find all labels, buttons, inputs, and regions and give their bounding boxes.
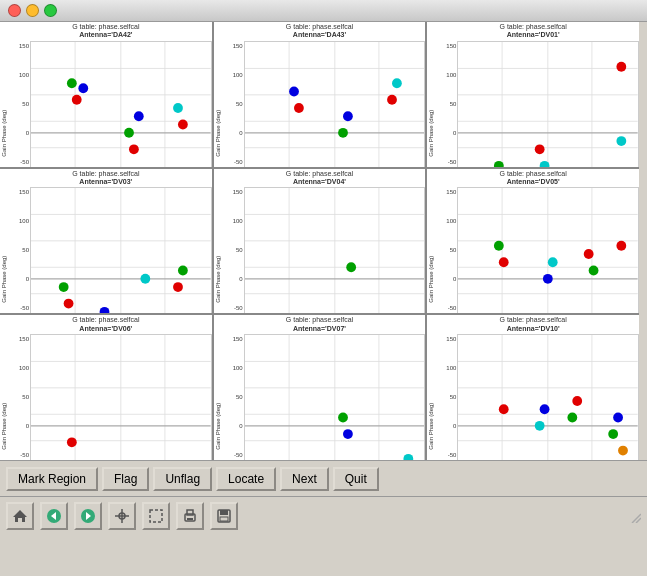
y-label-3: Gain Phase (deg)	[427, 41, 435, 167]
y-tick: 0	[223, 276, 243, 282]
y-tick: 50	[436, 394, 456, 400]
plot-canvas-3	[457, 41, 639, 167]
gtable-label: G table: phase.selfcal	[72, 316, 139, 323]
title-bar	[0, 0, 647, 22]
plot-body-3: Gain Phase (deg)150100500-50-100-150	[427, 41, 639, 167]
plot-cell-9: G table: phase.selfcal Antenna='DV10'Gai…	[427, 315, 639, 460]
svg-point-91	[543, 274, 553, 284]
svg-rect-151	[220, 510, 228, 515]
crosshair-button[interactable]	[108, 502, 136, 530]
gtable-label: G table: phase.selfcal	[500, 170, 567, 177]
antenna-label: Antenna='DV04'	[293, 178, 346, 185]
svg-point-130	[499, 404, 509, 414]
svg-point-62	[59, 283, 69, 293]
svg-point-47	[535, 144, 545, 154]
quit-button[interactable]: Quit	[333, 467, 379, 491]
svg-point-33	[392, 78, 402, 88]
antenna-label: Antenna='DA43'	[293, 31, 346, 38]
home-button[interactable]	[6, 502, 34, 530]
y-tick: 150	[9, 43, 29, 49]
plot-cell-4: G table: phase.selfcal Antenna='DV03'Gai…	[0, 169, 212, 314]
plot-body-8: Gain Phase (deg)150100500-50-100-150	[214, 334, 426, 460]
svg-point-11	[72, 95, 82, 105]
forward-button[interactable]	[74, 502, 102, 530]
svg-point-65	[140, 274, 150, 284]
back-button[interactable]	[40, 502, 68, 530]
antenna-label: Antenna='DV01'	[507, 31, 560, 38]
y-tick: 0	[9, 130, 29, 136]
svg-point-90	[499, 258, 509, 268]
svg-point-12	[78, 83, 88, 93]
y-tick: -50	[9, 452, 29, 458]
plot-body-6: Gain Phase (deg)150100500-50-100-150	[427, 187, 639, 313]
gtable-label: G table: phase.selfcal	[72, 23, 139, 30]
y-tick: 150	[223, 43, 243, 49]
svg-point-94	[589, 266, 599, 276]
svg-point-32	[387, 95, 397, 105]
close-button[interactable]	[8, 4, 21, 17]
y-tick: -50	[436, 305, 456, 311]
y-tick: 0	[223, 130, 243, 136]
y-tick: -50	[9, 305, 29, 311]
gtable-label: G table: phase.selfcal	[286, 316, 353, 323]
flag-button[interactable]: Flag	[102, 467, 149, 491]
plot-header-2: G table: phase.selfcal Antenna='DA43'	[214, 22, 426, 41]
y-axis-5: 150100500-50-100-150	[222, 187, 244, 313]
plot-header-9: G table: phase.selfcal Antenna='DV10'	[427, 315, 639, 334]
plot-header-3: G table: phase.selfcal Antenna='DV01'	[427, 22, 639, 41]
y-tick: 50	[223, 394, 243, 400]
svg-point-67	[178, 266, 188, 276]
y-tick: 50	[436, 247, 456, 253]
antenna-label: Antenna='DV05'	[507, 178, 560, 185]
plot-header-4: G table: phase.selfcal Antenna='DV03'	[0, 169, 212, 188]
plot-cell-7: G table: phase.selfcal Antenna='DV06'Gai…	[0, 315, 212, 460]
svg-point-66	[173, 283, 183, 293]
y-tick: -50	[223, 452, 243, 458]
svg-point-137	[618, 446, 628, 456]
svg-point-95	[617, 241, 627, 251]
y-tick: 0	[223, 423, 243, 429]
svg-point-131	[535, 421, 545, 431]
y-tick: 150	[223, 189, 243, 195]
svg-point-10	[67, 78, 77, 88]
plot-header-1: G table: phase.selfcal Antenna='DA42'	[0, 22, 212, 41]
y-tick: 100	[223, 218, 243, 224]
svg-point-118	[343, 429, 353, 439]
plot-header-5: G table: phase.selfcal Antenna='DV04'	[214, 169, 426, 188]
plot-canvas-6	[457, 187, 639, 313]
next-button[interactable]: Next	[280, 467, 329, 491]
svg-rect-149	[187, 518, 193, 520]
svg-point-16	[173, 103, 183, 113]
y-label-7: Gain Phase (deg)	[0, 334, 8, 460]
y-tick: 0	[436, 423, 456, 429]
y-tick: 50	[223, 101, 243, 107]
svg-point-51	[617, 136, 627, 146]
y-axis-3: 150100500-50-100-150	[435, 41, 457, 167]
y-axis-9: 150100500-50-100-150	[435, 334, 457, 460]
select-button[interactable]	[142, 502, 170, 530]
window-controls	[8, 4, 57, 17]
gtable-label: G table: phase.selfcal	[500, 316, 567, 323]
icon-bar	[0, 496, 647, 534]
plot-body-5: Gain Phase (deg)150100500-50-100-150	[214, 187, 426, 313]
mark-region-button[interactable]: Mark Region	[6, 467, 98, 491]
y-tick: 150	[223, 336, 243, 342]
svg-point-44	[617, 62, 627, 72]
y-tick: 0	[436, 276, 456, 282]
maximize-button[interactable]	[44, 4, 57, 17]
unflag-button[interactable]: Unflag	[153, 467, 212, 491]
save-button[interactable]	[210, 502, 238, 530]
print-button[interactable]	[176, 502, 204, 530]
svg-marker-138	[13, 510, 27, 522]
y-axis-2: 150100500-50-100-150	[222, 41, 244, 167]
y-tick: -50	[436, 159, 456, 165]
minimize-button[interactable]	[26, 4, 39, 17]
resize-corner	[627, 509, 641, 523]
y-label-8: Gain Phase (deg)	[214, 334, 222, 460]
antenna-label: Antenna='DV07'	[293, 325, 346, 332]
svg-point-64	[100, 307, 110, 313]
locate-button[interactable]: Locate	[216, 467, 276, 491]
y-tick: 150	[436, 189, 456, 195]
y-tick: 100	[223, 72, 243, 78]
plot-body-9: Gain Phase (deg)150100500-50-100-150	[427, 334, 639, 460]
